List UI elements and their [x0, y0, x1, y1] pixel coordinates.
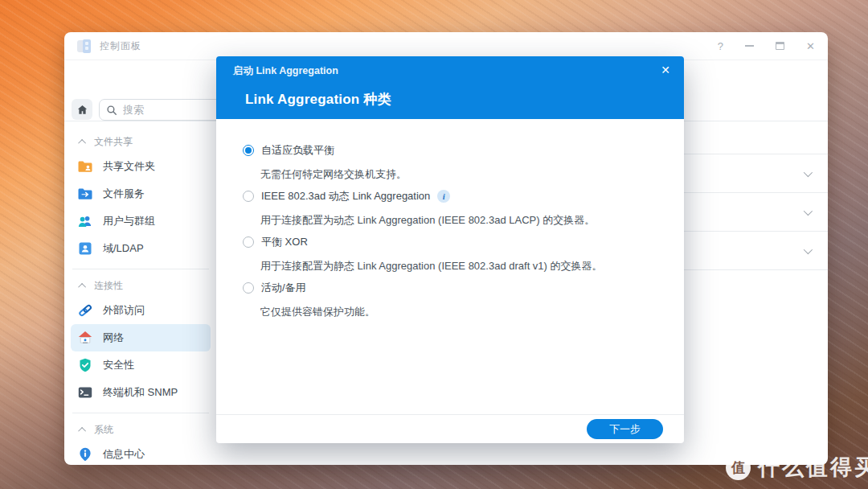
- window-title: 控制面板: [100, 39, 141, 53]
- sidebar-item-label: 网络: [103, 331, 124, 345]
- option-description: 它仅提供容错保护功能。: [260, 304, 665, 320]
- next-button[interactable]: 下一步: [587, 419, 663, 439]
- radio-option-active-backup[interactable]: 活动/备用: [243, 279, 665, 297]
- users-icon: [77, 213, 93, 229]
- sidebar-item-shared-folder[interactable]: 共享文件夹: [71, 153, 211, 180]
- file-services-icon: [77, 186, 93, 202]
- security-icon: [77, 357, 93, 373]
- help-button[interactable]: ?: [718, 41, 723, 51]
- search-icon: [106, 105, 117, 116]
- external-access-icon: [77, 302, 93, 318]
- sidebar-section-connectivity[interactable]: 连接性: [71, 274, 211, 297]
- sidebar-item-label: 安全性: [103, 358, 134, 372]
- chevron-down-icon[interactable]: [804, 244, 813, 253]
- domain-ldap-icon: [77, 240, 93, 257]
- sidebar-item-network[interactable]: 网络: [71, 324, 211, 351]
- chevron-up-icon: [78, 138, 86, 146]
- smzdm-badge-icon: 值: [726, 455, 751, 480]
- minimize-button[interactable]: [745, 45, 754, 47]
- home-button[interactable]: [72, 99, 92, 120]
- option-description: 用于连接配置为动态 Link Aggregation (IEEE 802.3ad…: [260, 212, 665, 228]
- section-label: 连接性: [94, 279, 123, 293]
- home-icon: [76, 104, 88, 116]
- sidebar-item-label: 信息中心: [103, 447, 145, 462]
- info-center-icon: [77, 446, 93, 462]
- dialog-heading: Link Aggregation 种类: [245, 90, 391, 109]
- control-panel-icon: [77, 39, 91, 53]
- dialog-header: 启动 Link Aggregation ✕ Link Aggregation 种…: [216, 56, 684, 119]
- watermark: 值 什么值得买: [726, 453, 868, 482]
- sidebar-item-users-groups[interactable]: 用户与群组: [71, 208, 211, 235]
- section-label: 系统: [94, 423, 113, 437]
- sidebar: 文件共享 共享文件夹 文件服务 用户与群组: [64, 122, 217, 465]
- network-icon: [77, 330, 93, 346]
- info-icon[interactable]: i: [437, 190, 450, 203]
- option-label: 平衡 XOR: [261, 235, 308, 249]
- link-aggregation-dialog: 启动 Link Aggregation ✕ Link Aggregation 种…: [216, 56, 684, 443]
- radio-option-balance-xor[interactable]: 平衡 XOR: [243, 233, 665, 251]
- dialog-footer: 下一步: [216, 414, 684, 443]
- dialog-close-icon[interactable]: ✕: [661, 64, 670, 76]
- option-description: 无需任何特定网络交换机支持。: [260, 166, 665, 183]
- radio-icon[interactable]: [243, 191, 254, 202]
- sidebar-item-terminal-snmp[interactable]: 终端机和 SNMP: [71, 379, 211, 406]
- option-label: 自适应负载平衡: [261, 143, 334, 158]
- sidebar-divider: [72, 413, 209, 413]
- dialog-title: 启动 Link Aggregation: [233, 64, 338, 78]
- radio-icon[interactable]: [243, 282, 254, 294]
- radio-option-ieee-8023ad[interactable]: IEEE 802.3ad 动态 Link Aggregation i: [243, 187, 665, 205]
- sidebar-item-external-access[interactable]: 外部访问: [71, 297, 211, 324]
- window-close-button[interactable]: ✕: [806, 41, 815, 51]
- sidebar-item-label: 终端机和 SNMP: [103, 385, 178, 400]
- screen: 控制面板 ? ✕: [0, 0, 868, 489]
- sidebar-item-info-center[interactable]: 信息中心: [71, 441, 211, 465]
- sidebar-item-label: 外部访问: [103, 303, 145, 318]
- watermark-text: 什么值得买: [758, 453, 868, 482]
- sidebar-item-label: 共享文件夹: [103, 159, 155, 174]
- option-label: IEEE 802.3ad 动态 Link Aggregation: [261, 189, 430, 203]
- chevron-up-icon: [78, 282, 86, 290]
- sidebar-item-label: 域/LDAP: [103, 241, 144, 256]
- sidebar-divider: [72, 269, 209, 269]
- sidebar-item-security[interactable]: 安全性: [71, 351, 211, 379]
- shared-folder-icon: [77, 158, 93, 175]
- sidebar-item-label: 文件服务: [103, 187, 145, 201]
- option-label: 活动/备用: [261, 281, 306, 295]
- sidebar-item-domain-ldap[interactable]: 域/LDAP: [71, 235, 211, 262]
- chevron-down-icon[interactable]: [804, 167, 813, 176]
- chevron-up-icon: [78, 426, 86, 434]
- option-description: 用于连接配置为静态 Link Aggregation (IEEE 802.3ad…: [260, 258, 665, 274]
- sidebar-section-system[interactable]: 系统: [71, 418, 211, 441]
- radio-icon[interactable]: [243, 236, 254, 248]
- dialog-body: 自适应负载平衡 无需任何特定网络交换机支持。 IEEE 802.3ad 动态 L…: [216, 119, 684, 414]
- sidebar-item-file-services[interactable]: 文件服务: [71, 180, 211, 208]
- section-label: 文件共享: [94, 135, 133, 149]
- sidebar-item-label: 用户与群组: [103, 214, 155, 228]
- radio-icon[interactable]: [243, 145, 254, 156]
- maximize-button[interactable]: [776, 42, 784, 50]
- chevron-down-icon[interactable]: [804, 206, 813, 215]
- terminal-snmp-icon: [77, 384, 93, 401]
- sidebar-section-file-sharing[interactable]: 文件共享: [71, 130, 211, 153]
- radio-option-adaptive-load-balance[interactable]: 自适应负载平衡: [243, 142, 665, 159]
